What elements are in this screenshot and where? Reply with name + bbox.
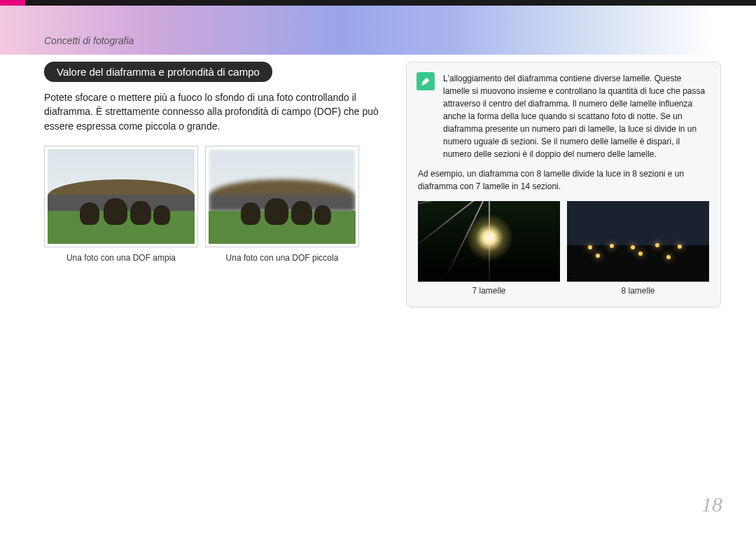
pen-note-icon xyxy=(416,72,435,90)
photo-wide-dof xyxy=(48,149,195,244)
blade-examples-row: 7 lamelle 8 lamelle xyxy=(418,201,709,296)
header-gradient: Concetti di fotografia xyxy=(0,6,756,55)
page-number: 18 xyxy=(701,493,722,516)
note-paragraph-1: L'alloggiamento del diaframma contiene d… xyxy=(443,72,709,160)
photo-caption: Una foto con una DOF piccola xyxy=(205,253,359,263)
top-bar xyxy=(0,0,756,6)
photo-card-small-dof: Una foto con una DOF piccola xyxy=(205,146,359,263)
top-bar-accent xyxy=(0,0,25,6)
night-caption: 7 lamelle xyxy=(418,286,560,296)
photo-small-dof xyxy=(209,149,356,244)
body-text: Potete sfocare o mettere più a fuoco lo … xyxy=(44,90,394,133)
dof-photo-row: Una foto con una DOF ampia xyxy=(44,146,394,263)
section-title: Valore del diaframma e profondità di cam… xyxy=(44,62,272,82)
night-caption: 8 lamelle xyxy=(567,286,709,296)
photo-card-wide-dof: Una foto con una DOF ampia xyxy=(44,146,198,263)
note-box: L'alloggiamento del diaframma contiene d… xyxy=(406,62,721,308)
note-paragraph-2: Ad esempio, un diaframma con 8 lamelle d… xyxy=(418,167,709,193)
left-column: Valore del diaframma e profondità di cam… xyxy=(44,62,394,263)
right-column: L'alloggiamento del diaframma contiene d… xyxy=(406,62,721,308)
night-card-7: 7 lamelle xyxy=(418,201,560,296)
breadcrumb: Concetti di fotografia xyxy=(44,35,134,46)
night-photo-7-blades xyxy=(418,201,560,282)
night-card-8: 8 lamelle xyxy=(567,201,709,296)
photo-caption: Una foto con una DOF ampia xyxy=(44,253,198,263)
night-photo-8-blades xyxy=(567,201,709,282)
